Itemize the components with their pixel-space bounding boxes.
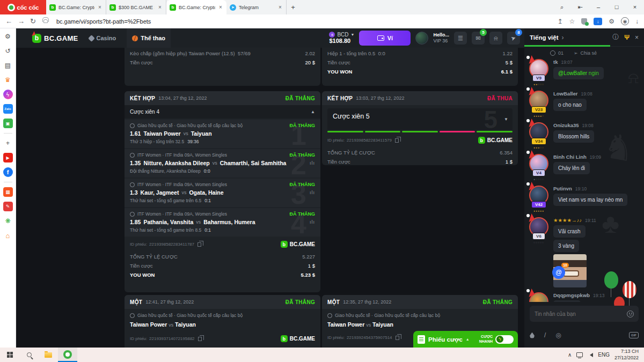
mail-icon[interactable]: ✉5 (472, 32, 485, 45)
cart-icon[interactable]: ⌂ (3, 231, 13, 240)
chat-input-box[interactable] (530, 306, 639, 322)
notes-icon[interactable]: ✎ (3, 202, 13, 211)
adblock-shield-icon[interactable] (581, 18, 587, 25)
tip-coin-icon[interactable]: ◎ (555, 331, 561, 339)
rain-icon[interactable] (530, 333, 535, 338)
promo-icon[interactable]: ❋ (3, 216, 13, 226)
coccoc-brand[interactable]: cốc cốc (0, 0, 46, 14)
expand-icon[interactable]: ▼ (504, 117, 508, 122)
stats-icon[interactable]: ılı (310, 219, 315, 225)
shopping-icon[interactable]: ▦ (3, 187, 13, 197)
games-icon[interactable]: ▣ (3, 119, 13, 128)
forward-button[interactable]: → (18, 17, 25, 25)
add-shortcut-icon[interactable]: + (3, 138, 13, 148)
downloads-icon[interactable]: ↓ (635, 18, 639, 25)
tab-bcgame-active[interactable]: bBC.Game: Crypto Casino Gan× (166, 0, 226, 14)
zalo-icon[interactable]: Zalo (3, 104, 13, 114)
close-tab-icon[interactable]: × (218, 4, 223, 10)
collapse-icon[interactable]: ▲ (311, 109, 315, 114)
bookmark-star-icon[interactable]: ☆ (569, 18, 575, 25)
minimize-button[interactable]: – (589, 0, 608, 14)
url-text[interactable]: bc.game/vi/sports?bt-path=%2Fbets (56, 18, 151, 25)
history-icon[interactable]: ↺ (3, 46, 13, 56)
bet-card-combo-lost[interactable]: KẾT HỢP 13:03, 27 thg 12, 2022 ĐÃ THUA C… (322, 91, 518, 165)
bet-card-partial-right[interactable]: Hiệp 1 - tổng trên 0.5 0:01.22 Tiền cược… (322, 48, 518, 86)
file-explorer-icon[interactable] (39, 348, 58, 362)
telegram-favicon: ➤ (230, 4, 236, 11)
nav-casino[interactable]: Casino (84, 28, 122, 48)
quick-bet-switch[interactable] (495, 335, 514, 344)
maximize-button[interactable]: □ (608, 0, 626, 14)
chevron-right-icon[interactable]: › (561, 34, 564, 41)
basketball-icon (130, 313, 135, 318)
bet-card-partial-left[interactable]: Kèo chấp (gồm hiệp phụ) Taiwan Power (12… (125, 48, 320, 86)
bet-list-icon[interactable]: ☰ (454, 32, 467, 45)
mention-notification[interactable]: @10 (552, 266, 565, 279)
tab-bcgame-1[interactable]: bBC.Game: Crypto Casino Gan× (46, 0, 106, 14)
copy-icon[interactable] (395, 138, 399, 143)
info-icon[interactable]: ⓘ (612, 33, 619, 42)
copy-icon[interactable] (396, 336, 399, 340)
chat-input[interactable] (535, 311, 627, 317)
share-icon[interactable]: ↥ (557, 18, 562, 25)
bet-card-single-left[interactable]: MỘT 12:41, 27 thg 12, 2022 ĐÃ THẮNG Giao… (125, 295, 320, 348)
taskbar-search-icon[interactable] (19, 348, 39, 362)
stats-icon[interactable]: ılı (310, 190, 315, 195)
combo-title-row[interactable]: Cược xiên 4▲ (125, 105, 320, 119)
reload-button[interactable]: ↻ (30, 17, 36, 25)
commands-icon[interactable]: / (544, 331, 546, 339)
new-tab-button[interactable]: + (287, 0, 299, 14)
quick-bet-toggle[interactable]: CƯỢCNHANH (479, 335, 514, 343)
network-icon[interactable] (576, 352, 583, 357)
profile-icon[interactable]: ◉ (621, 17, 629, 25)
tray-chevron-icon[interactable]: ∧ (568, 352, 572, 358)
chat-toggle-icon[interactable]: ➤8 (507, 32, 520, 45)
emoji-icon[interactable] (627, 311, 634, 317)
facebook-icon[interactable]: f (3, 167, 13, 177)
search-tabs-icon[interactable]: ⌕ (553, 0, 571, 14)
reading-list-icon[interactable]: ▤ (3, 61, 13, 70)
crown-icon[interactable]: ♛ (3, 75, 13, 85)
copy-icon[interactable] (198, 337, 202, 341)
language-indicator[interactable]: ENG (598, 352, 610, 358)
volume-icon[interactable] (588, 353, 593, 357)
close-tab-icon[interactable]: × (157, 4, 163, 10)
bet-card-combo-won[interactable]: KẾT HỢP 13:04, 27 thg 12, 2022 ĐÃ THẮNG … (125, 91, 320, 292)
coccoc-taskbar-icon[interactable] (58, 348, 77, 362)
extensions-icon[interactable]: ⚙ (609, 18, 614, 25)
medal-icon (550, 50, 555, 56)
youtube-icon[interactable]: ▶ (3, 153, 13, 162)
tab-telegram[interactable]: ➤Telegram× (226, 0, 287, 14)
notifications-bell-icon[interactable]: ⍾ (489, 32, 502, 45)
message-bubble: 3 vàng (553, 240, 579, 252)
copy-icon[interactable] (197, 242, 201, 247)
user-meta[interactable]: Hello... VIP 36 (433, 32, 449, 44)
back-button[interactable]: ← (5, 17, 12, 25)
gif-icon[interactable]: GIF (629, 332, 639, 338)
restore-icon[interactable]: ⇤ (571, 0, 589, 14)
tab-bcgame-parlay[interactable]: b$300 BC.GAME Sports Parlay× (106, 0, 166, 14)
bet-leg: 4 ITF Women · ITF India 09A, Women Singl… (125, 208, 320, 237)
bcgame-logo[interactable]: b BC.GAME (32, 34, 78, 43)
combo-title-row[interactable]: Cược xiên 5 5 ▼ (327, 108, 513, 130)
currency-selector[interactable]: ɞBCD▼ $108.80 (329, 32, 354, 44)
close-tab-icon[interactable]: × (277, 4, 283, 10)
nav-sports[interactable]: Thể thao (127, 28, 171, 48)
wallet-button[interactable]: Ví (359, 31, 411, 46)
close-window-button[interactable]: × (626, 0, 644, 14)
chat-language[interactable]: Tiếng việt (530, 34, 558, 41)
tray-clock[interactable]: 7:13 CH 27/12/2022 (614, 349, 639, 361)
shared-bet-footer[interactable]: 01 ➢ Chia sẻ (550, 50, 640, 56)
start-button[interactable] (0, 348, 19, 362)
settings-gear-icon[interactable]: ⚙ (3, 32, 13, 41)
close-chat-icon[interactable]: × (635, 34, 639, 41)
trophy-icon[interactable]: Ψ (624, 34, 630, 41)
avatar[interactable] (529, 292, 548, 302)
download-manager-icon[interactable]: ↓ (594, 18, 602, 25)
avatar[interactable] (415, 32, 428, 45)
close-tab-icon[interactable]: × (97, 4, 103, 10)
betslip-button[interactable]: Phiếu cược ▲ CƯỢCNHANH (413, 331, 518, 348)
stats-icon[interactable]: ılı (310, 160, 315, 166)
messenger-icon[interactable]: ϟ (3, 90, 13, 99)
coccoc-logo-icon (8, 4, 15, 11)
